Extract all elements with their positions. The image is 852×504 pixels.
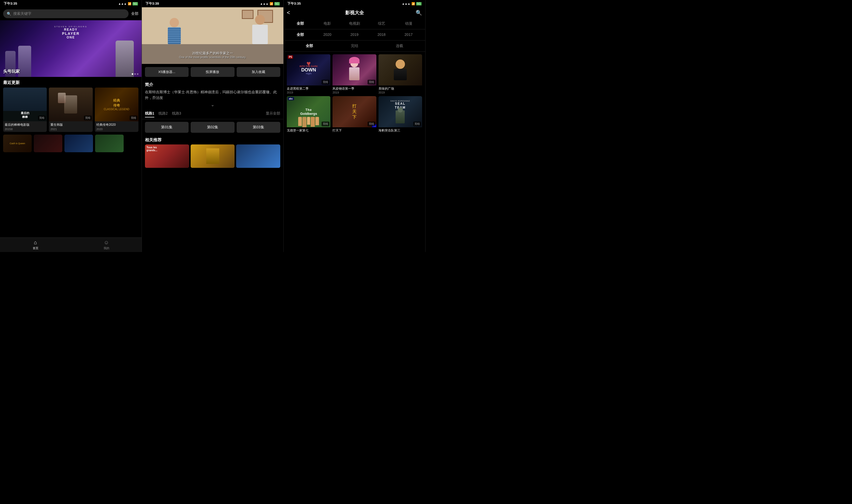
intro-text: 在斯特吉斯博士（华莱士·肖恩饰）精神崩溃后，玛丽担心谢尔顿也会重蹈覆辙。此外，乔… <box>142 89 284 101</box>
video-player[interactable]: 20世纪最多产的科学家之一 One of the most prolific s… <box>142 7 284 64</box>
back-button[interactable]: < <box>287 10 296 16</box>
grid-badge-goldbergs: 完结 <box>322 122 329 126</box>
video-subtitles: 20世纪最多产的科学家之一 One of the most prolific s… <box>142 51 284 59</box>
grid-img-goldbergs: abc The Goldbergs 完结 <box>287 96 330 127</box>
search-bar: 🔍 搜索关键字 全部 <box>0 7 142 20</box>
battery-icon-2: 5G <box>274 2 280 5</box>
rec-card-1[interactable]: Tous lesgrands... <box>145 144 189 168</box>
cast-btn[interactable]: 投屏播放 <box>191 67 234 77</box>
small-card-4[interactable] <box>95 134 124 152</box>
filter-all[interactable]: 全部 <box>287 20 314 28</box>
ep-03[interactable]: 第03集 <box>237 122 280 133</box>
signal-icon-3: ▲▲▲ <box>402 2 411 5</box>
all-button[interactable]: 全部 <box>131 12 139 16</box>
rec-card-2[interactable] <box>191 144 235 168</box>
card-year-3: 2020 <box>96 128 137 131</box>
rec-card-3[interactable] <box>236 144 280 168</box>
search-icon: 🔍 <box>7 12 11 16</box>
rec-title: 相关推荐 <box>142 136 284 144</box>
nav-my-label: 我的 <box>104 246 109 250</box>
small-card-3[interactable] <box>65 134 93 152</box>
action-buttons: X5播放器... 投屏播放 加入收藏 <box>142 64 284 80</box>
ep-02[interactable]: 第02集 <box>191 122 234 133</box>
grid-card-meishi[interactable]: 美味的广场 2019 <box>379 54 422 94</box>
filter-tv[interactable]: 电视剧 <box>341 20 368 28</box>
status-icons-home: ▲▲▲ 📶 5G <box>118 2 138 5</box>
subtitle-zh: 20世纪最多产的科学家之一 <box>142 51 284 56</box>
browse-header: < 影视大全 🔍 <box>284 7 425 18</box>
banner-title: 头号玩家 <box>3 69 20 74</box>
ep-01[interactable]: 第01集 <box>145 122 188 133</box>
card-badge-3: 完结 <box>130 115 138 120</box>
browse-title: 影视大全 <box>296 10 413 16</box>
filter-variety[interactable]: 综艺 <box>368 20 395 28</box>
filter-movie[interactable]: 电影 <box>314 20 341 28</box>
filter-2020[interactable]: 2020 <box>314 31 341 39</box>
card-badge-2: 完结 <box>84 115 92 120</box>
grid-name-down: 走进黑暗第二季 <box>287 87 330 91</box>
grid-card-dayitian[interactable]: 打 天 下 viu 完结 打天下 <box>332 96 376 133</box>
grid-img-fengzi: 完结 <box>332 54 376 86</box>
wifi-icon: 📶 <box>128 2 131 5</box>
grid-card-goldbergs[interactable]: abc The Goldbergs 完结 戈德堡一家第七 <box>287 96 330 133</box>
filter-2017[interactable]: 2017 <box>395 31 422 39</box>
home-banner[interactable]: STEVEN SPIELBERG READY PLAYER ONE 头号玩家 <box>0 20 142 77</box>
grid-name-dayitian: 打天下 <box>332 128 376 133</box>
card-name-2: 重生韩版 <box>50 123 91 127</box>
line-1[interactable]: 线路1 <box>145 111 154 118</box>
card-name-3: 经典传奇2020 <box>96 123 137 127</box>
show-all-btn[interactable]: 显示全部 <box>266 111 280 118</box>
wifi-icon-2: 📶 <box>270 2 273 5</box>
battery-icon-3: 5G <box>416 2 421 5</box>
grid-year-down: 2019 <box>287 91 330 94</box>
grid-year-meishi: 2019 <box>379 91 422 94</box>
filter-ongoing[interactable]: 连载 <box>377 42 422 50</box>
recent-cards: 最后的棒棒 完结 最后的棒棒电影版 20158 完结 重生韩版 2021 <box>0 88 142 132</box>
grid-badge-fengzi: 完结 <box>367 80 375 85</box>
card-chongsheng[interactable]: 完结 重生韩版 2021 <box>49 88 92 132</box>
more-cards-row: Cash is Queen <box>0 132 142 152</box>
bottom-nav: ⌂ 首页 ☺ 我的 <box>0 237 142 252</box>
subtitle-en: One of the most prolific scientists of t… <box>142 56 284 59</box>
grid-year-fengzi: 2019 <box>332 91 376 94</box>
line-3[interactable]: 线路3 <box>172 111 181 118</box>
browse-grid: INTO THE DARK DOWN Night ♥ P5 完结 走进黑暗第二季… <box>284 52 425 136</box>
browse-search-icon[interactable]: 🔍 <box>413 10 422 16</box>
status-time-home: 下午3:35 <box>4 1 17 6</box>
filter-rows: 全部 电影 电视剧 综艺 动漫 全部 2020 2019 2018 2017 全… <box>284 18 425 52</box>
small-card-2[interactable] <box>34 134 62 152</box>
grid-card-sealteam[interactable]: DAVID BOREANAZ SEALTEAM 完结 海豹突击队第三 <box>379 96 422 133</box>
filter-2019[interactable]: 2019 <box>341 31 368 39</box>
filter-anime[interactable]: 动漫 <box>395 20 422 28</box>
rec-cards: Tous lesgrands... <box>142 144 284 168</box>
intro-title: 简介 <box>142 80 284 89</box>
card-classic[interactable]: 经典传奇 CLASSICAL LEGEND 完结 经典传奇2020 2020 <box>95 88 139 132</box>
grid-img-down: INTO THE DARK DOWN Night ♥ P5 完结 <box>287 54 330 86</box>
line-selector: 线路1 线路2 线路3 显示全部 <box>142 109 284 119</box>
grid-img-dayitian: 打 天 下 viu 完结 <box>332 96 376 127</box>
expand-icon[interactable]: ⌄ <box>142 101 284 109</box>
filter-status-all[interactable]: 全部 <box>287 42 332 50</box>
status-bar-detail: 下午3:39 ▲▲▲ 📶 5G <box>142 0 284 7</box>
grid-name-fengzi: 风姿物语第一季 <box>332 87 376 91</box>
battery-icon: 5G <box>132 2 138 5</box>
grid-card-down[interactable]: INTO THE DARK DOWN Night ♥ P5 完结 走进黑暗第二季… <box>287 54 330 94</box>
player-btn[interactable]: X5播放器... <box>145 67 188 77</box>
nav-my[interactable]: ☺ 我的 <box>71 238 142 252</box>
line-2[interactable]: 线路2 <box>159 111 168 118</box>
filter-year-all[interactable]: 全部 <box>287 31 314 39</box>
grid-card-fengzi[interactable]: 完结 风姿物语第一季 2019 <box>332 54 376 94</box>
banner-dots <box>132 73 139 75</box>
card-img-3: 经典传奇 CLASSICAL LEGEND 完结 <box>95 88 139 121</box>
grid-img-meishi <box>379 54 422 86</box>
filter-completed[interactable]: 完结 <box>332 42 377 50</box>
card-year-2: 2021 <box>50 128 91 131</box>
filter-2018[interactable]: 2018 <box>368 31 395 39</box>
grid-name-goldbergs: 戈德堡一家第七 <box>287 128 330 133</box>
collect-btn[interactable]: 加入收藏 <box>237 67 280 77</box>
small-card-1[interactable]: Cash is Queen <box>3 134 32 152</box>
person-icon: ☺ <box>104 239 109 246</box>
search-input-container[interactable]: 🔍 搜索关键字 <box>3 10 129 18</box>
card-zuihou[interactable]: 最后的棒棒 完结 最后的棒棒电影版 20158 <box>3 88 47 132</box>
nav-home[interactable]: ⌂ 首页 <box>0 238 71 252</box>
